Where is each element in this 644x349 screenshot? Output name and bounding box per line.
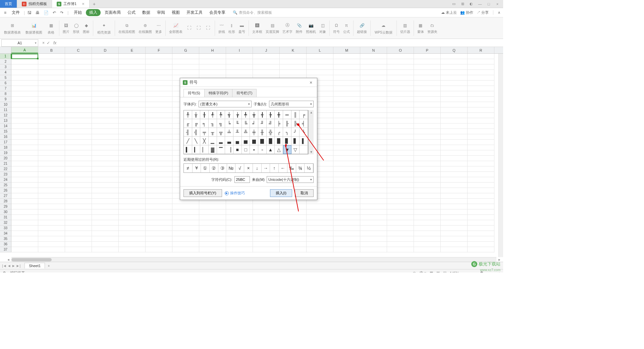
tool-table[interactable]: ▦表格 bbox=[45, 21, 57, 35]
scroll-up-icon[interactable]: ▲ bbox=[309, 110, 314, 115]
tool-wordart[interactable]: Ⓐ艺术字 bbox=[281, 22, 294, 34]
save-icon[interactable]: 🖫 bbox=[26, 10, 33, 16]
symbol-cell[interactable]: ╇ bbox=[242, 110, 250, 119]
symbol-cell[interactable]: ╰ bbox=[300, 128, 308, 137]
tool-pivot-chart[interactable]: 📊数据透视图 bbox=[23, 21, 44, 35]
menu-vip[interactable]: 会员专享 bbox=[207, 9, 228, 16]
preview-icon[interactable]: 📄 bbox=[42, 10, 50, 16]
tool-charts[interactable]: 📈全部图表 bbox=[168, 22, 184, 34]
column-header[interactable]: A bbox=[11, 47, 38, 53]
zoom-out-icon[interactable]: − bbox=[463, 271, 465, 273]
symbol-cell[interactable]: ╗ bbox=[217, 119, 225, 128]
symbol-cell[interactable]: ╂ bbox=[200, 110, 209, 119]
subset-select[interactable]: 几何图形符 bbox=[269, 101, 314, 107]
print-icon[interactable]: 🖶 bbox=[34, 10, 41, 16]
tool-hyperlink[interactable]: 🔗超链接 bbox=[356, 22, 368, 34]
view-break-icon[interactable]: ◫ bbox=[443, 271, 446, 272]
symbol-cell[interactable]: ╀ bbox=[184, 110, 192, 119]
row-header[interactable]: 12 bbox=[0, 113, 11, 118]
symbol-cell[interactable]: ╱ bbox=[184, 137, 192, 145]
symbol-cell[interactable]: ▂ bbox=[217, 137, 225, 145]
sheet-prev-icon[interactable]: ◄ bbox=[7, 264, 11, 268]
minimize-icon[interactable]: — bbox=[476, 1, 484, 7]
symbol-cell[interactable]: ╛ bbox=[250, 119, 258, 128]
tool-mindmap[interactable]: ⊚在线脑图 bbox=[137, 22, 153, 34]
tab-symbar[interactable]: 符号栏(T) bbox=[232, 89, 257, 97]
symbol-cell[interactable]: ▇ bbox=[258, 137, 267, 145]
tool-icon-btn[interactable]: ◆图标 bbox=[82, 22, 91, 34]
redo-icon[interactable]: ↷ bbox=[59, 10, 65, 16]
user-icon[interactable]: ◐ bbox=[468, 1, 475, 7]
symbol-cell[interactable]: ╒ bbox=[300, 110, 308, 119]
column-header[interactable]: I bbox=[226, 47, 253, 53]
menu-file[interactable]: 文件 bbox=[9, 9, 22, 16]
tool-shape[interactable]: ◯形状 bbox=[71, 22, 81, 34]
tab-symbols[interactable]: 符号(S) bbox=[183, 89, 205, 97]
column-header[interactable]: K bbox=[280, 47, 307, 53]
symbol-cell[interactable]: ╈ bbox=[250, 110, 258, 119]
recent-symbol[interactable]: ≠ bbox=[184, 164, 193, 172]
menu-view[interactable]: 视图 bbox=[169, 9, 182, 16]
symbol-cell[interactable]: ╟ bbox=[283, 119, 291, 128]
row-header[interactable]: 14 bbox=[0, 123, 11, 129]
symbol-cell[interactable]: ╲ bbox=[192, 137, 201, 145]
close-icon[interactable]: × bbox=[82, 1, 85, 6]
search-input[interactable]: 🔍 查找命令、搜索模板 bbox=[233, 10, 272, 15]
symbol-cell[interactable]: ╊ bbox=[267, 110, 275, 119]
font-select[interactable]: (普通文本) bbox=[199, 101, 252, 107]
recent-symbol[interactable]: ③ bbox=[218, 164, 227, 172]
scroll-down-icon[interactable]: ▼ bbox=[309, 150, 314, 154]
symbol-cell[interactable]: ╨ bbox=[233, 128, 242, 137]
tool-pivot-table[interactable]: ⊞数据透视表 bbox=[2, 21, 23, 35]
chart-icon[interactable]: ⛶ bbox=[194, 24, 203, 32]
symbol-cell[interactable]: ╕ bbox=[200, 119, 209, 128]
symbol-cell[interactable]: ╳ bbox=[200, 137, 209, 145]
scroll-left-icon[interactable]: ◄ bbox=[6, 257, 11, 262]
symbol-cell[interactable]: ╉ bbox=[258, 110, 267, 119]
symbol-cell[interactable]: ╚ bbox=[242, 119, 250, 128]
tool-form[interactable]: ▦窗体 bbox=[416, 22, 425, 34]
symbol-cell[interactable]: ▏ bbox=[200, 145, 209, 154]
column-header[interactable]: N bbox=[360, 47, 387, 53]
row-header[interactable]: 8 bbox=[0, 91, 11, 97]
row-header[interactable]: 37 bbox=[0, 247, 11, 252]
zoom-value[interactable]: 145% bbox=[450, 271, 459, 273]
grid-icon[interactable]: ⊞ bbox=[459, 1, 466, 7]
share-btn[interactable]: ↗ 分享 bbox=[477, 10, 489, 15]
column-header[interactable]: B bbox=[38, 47, 65, 53]
tab-home[interactable]: 首页 bbox=[0, 0, 17, 8]
symbol-cell[interactable]: ▎ bbox=[192, 145, 201, 154]
horizontal-scrollbar[interactable]: ◄ ► bbox=[11, 257, 496, 262]
tool-flowchart[interactable]: ⧉在线流程图 bbox=[117, 22, 137, 34]
tab-special[interactable]: 特殊字符(P) bbox=[204, 89, 233, 97]
symbol-cell[interactable]: ╘ bbox=[225, 119, 233, 128]
symbol-cell[interactable]: ▍ bbox=[184, 145, 192, 154]
recent-symbol[interactable]: ‰ bbox=[287, 164, 296, 172]
insert-button[interactable]: 插入(I) bbox=[270, 189, 292, 197]
recent-symbol[interactable]: ① bbox=[201, 164, 210, 172]
recent-symbol[interactable]: → bbox=[262, 164, 270, 172]
column-header[interactable]: J bbox=[253, 47, 280, 53]
row-header[interactable]: 31 bbox=[0, 215, 11, 220]
symbol-cell[interactable]: △ bbox=[275, 145, 283, 154]
insert-to-bar-button[interactable]: 插入到符号栏(Y) bbox=[183, 189, 222, 197]
symbol-cell[interactable]: ▓ bbox=[209, 145, 217, 154]
tab-template[interactable]: D 找稻壳模板 bbox=[17, 0, 52, 8]
maximize-icon[interactable]: □ bbox=[485, 1, 492, 7]
symbol-cell[interactable]: ╁ bbox=[192, 110, 201, 119]
tool-object[interactable]: ◫对象 bbox=[318, 22, 327, 34]
symbol-cell[interactable]: ▌ bbox=[300, 137, 308, 145]
code-input[interactable] bbox=[234, 176, 250, 183]
row-header[interactable]: 22 bbox=[0, 166, 11, 172]
symbol-cell[interactable]: □ bbox=[242, 145, 250, 154]
tool-equation[interactable]: π公式 bbox=[342, 22, 351, 34]
symbol-cell[interactable]: ╝ bbox=[267, 119, 275, 128]
view-normal-icon[interactable]: ▦ bbox=[430, 271, 433, 272]
row-header[interactable]: 18 bbox=[0, 145, 11, 150]
row-header[interactable]: 25 bbox=[0, 183, 11, 188]
column-header[interactable]: H bbox=[199, 47, 226, 53]
fx-icon[interactable]: fx bbox=[52, 41, 56, 45]
recent-symbol[interactable]: ￥ bbox=[193, 164, 201, 172]
row-header[interactable]: 35 bbox=[0, 236, 11, 242]
row-header[interactable]: 28 bbox=[0, 199, 11, 204]
